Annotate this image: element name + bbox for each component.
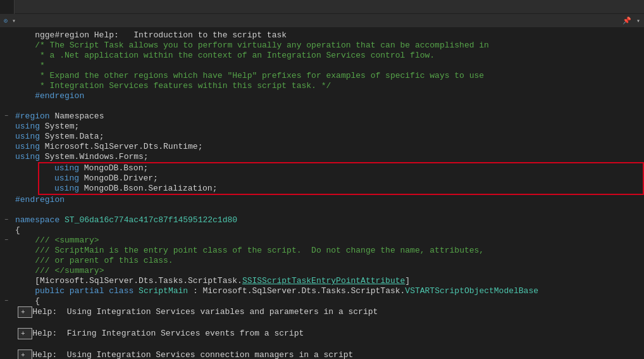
code-line — [0, 318, 644, 328]
nav-method-chevron: ▾ — [636, 17, 640, 25]
line-code-content: { — [13, 225, 644, 236]
code-line: /// ScriptMain is the entry point class … — [0, 246, 644, 256]
line-collapse-gutter[interactable]: − — [0, 215, 13, 225]
line-code-content: + Help: Using Integration Services conne… — [13, 350, 644, 359]
line-code-content: + Help: Using Integration Services varia… — [13, 306, 644, 318]
line-collapse-gutter[interactable]: − — [0, 111, 13, 122]
line-code-content: * — [13, 61, 644, 71]
code-line: * — [0, 61, 644, 71]
line-code-content: /// or parent of this class. — [13, 256, 644, 266]
line-code-content: * Integration Services features within t… — [13, 81, 644, 91]
line-code-content: /* The Script Task allows you to perform… — [13, 41, 644, 51]
code-line: public partial class ScriptMain : Micros… — [0, 286, 644, 296]
expand-button[interactable]: + — [18, 350, 32, 359]
code-line: /* The Script Task allows you to perform… — [0, 41, 644, 51]
code-line: using System.Data; — [0, 132, 644, 142]
code-line: * a .Net application within the context … — [0, 51, 644, 61]
nav-dropdown-icon: ⊙ — [4, 17, 8, 25]
line-code-content: #endregion — [13, 195, 644, 205]
code-line: * Integration Services features within t… — [0, 81, 644, 91]
line-code-content: * Expand the other regions which have "H… — [13, 71, 644, 81]
line-code-content: + Help: Firing Integration Services even… — [13, 328, 644, 339]
tab-scriptmain[interactable] — [0, 0, 15, 14]
line-code-content: { — [13, 296, 644, 306]
line-code-content: /// <summary> — [13, 236, 644, 246]
code-content: ngge#region Help: Introduction to the sc… — [0, 28, 644, 359]
nav-breadcrumb[interactable]: ▾ — [10, 17, 16, 25]
code-line — [0, 205, 644, 215]
line-code-content: using System; — [13, 122, 644, 132]
code-line: −namespace ST_06da16c774ac417c87f1459512… — [0, 215, 644, 225]
line-code-content: /// </summary> — [13, 266, 644, 276]
mongodb-highlight-box: using MongoDB.Bson;using MongoDB.Driver;… — [38, 162, 644, 195]
line-code-content: * a .Net application within the context … — [13, 51, 644, 61]
code-line: + Help: Using Integration Services conne… — [0, 350, 644, 359]
code-line: −#region Namespaces — [0, 111, 644, 122]
code-line: #endregion — [0, 195, 644, 205]
code-line: − /// <summary> — [0, 236, 644, 246]
line-code-content: /// ScriptMain is the entry point class … — [13, 246, 644, 256]
code-line: /// or parent of this class. — [0, 256, 644, 266]
code-line — [0, 339, 644, 350]
code-line: /// </summary> — [0, 266, 644, 276]
nav-bar: ⊙ ▾ 📌 ▾ — [0, 14, 644, 28]
code-line: * Expand the other regions which have "H… — [0, 71, 644, 81]
line-code-content: namespace ST_06da16c774ac417c87f14595122… — [13, 215, 644, 225]
code-line: { — [0, 225, 644, 236]
line-code-content: using System.Data; — [13, 132, 644, 142]
code-line: #endregion — [0, 91, 644, 101]
code-line: using System; — [0, 122, 644, 132]
line-collapse-gutter[interactable]: − — [0, 296, 13, 306]
code-line: using System.Windows.Forms; — [0, 152, 644, 162]
nav-method[interactable]: 📌 ▾ — [622, 16, 640, 25]
line-code-content: using System.Windows.Forms; — [13, 152, 644, 162]
line-code-content: #endregion — [13, 91, 644, 101]
line-collapse-gutter[interactable]: − — [0, 236, 13, 246]
line-code-content: using MongoDB.Driver; — [52, 173, 643, 184]
line-code-content: using MongoDB.Bson; — [52, 163, 643, 173]
line-code-content: #region Namespaces — [13, 111, 644, 122]
code-line — [0, 101, 644, 111]
line-code-content: ngge#region Help: Introduction to the sc… — [13, 30, 644, 41]
code-line: using MongoDB.Driver; — [39, 173, 643, 184]
code-line: + Help: Firing Integration Services even… — [0, 328, 644, 339]
collapsed-region-label: Help: Using Integration Services variabl… — [32, 307, 378, 317]
line-code-content: using Microsoft.SqlServer.Dts.Runtime; — [13, 142, 644, 152]
tab-bar — [0, 0, 644, 14]
collapsed-region-label: Help: Firing Integration Services events… — [32, 329, 304, 338]
code-line: using MongoDB.Bson; — [39, 163, 643, 173]
line-code-content: public partial class ScriptMain : Micros… — [13, 286, 644, 296]
code-line: + Help: Using Integration Services varia… — [0, 306, 644, 318]
code-line: [Microsoft.SqlServer.Dts.Tasks.ScriptTas… — [0, 276, 644, 286]
nav-pin-icon: 📌 — [622, 16, 631, 25]
line-code-content: using MongoDB.Bson.Serialization; — [52, 184, 643, 194]
collapsed-region-label: Help: Using Integration Services connect… — [32, 350, 353, 359]
code-line: − { — [0, 296, 644, 306]
code-line: ngge#region Help: Introduction to the sc… — [0, 30, 644, 41]
code-editor[interactable]: ngge#region Help: Introduction to the sc… — [0, 28, 644, 359]
expand-button[interactable]: + — [18, 306, 32, 318]
line-code-content: [Microsoft.SqlServer.Dts.Tasks.ScriptTas… — [13, 276, 644, 286]
code-line: using MongoDB.Bson.Serialization; — [39, 184, 643, 194]
nav-chevron-icon: ▾ — [12, 17, 16, 25]
code-line: using Microsoft.SqlServer.Dts.Runtime; — [0, 142, 644, 152]
expand-button[interactable]: + — [18, 328, 32, 339]
